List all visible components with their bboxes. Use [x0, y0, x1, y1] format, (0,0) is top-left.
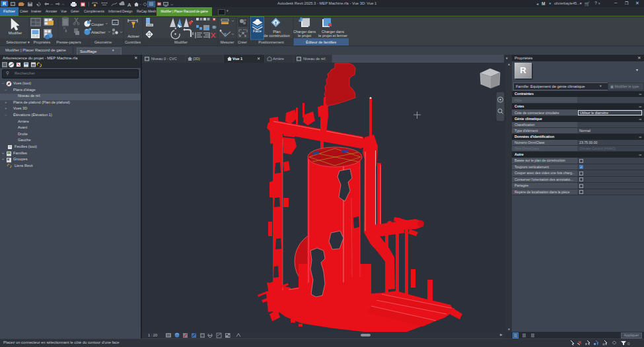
svg-text:de construction: de construction	[264, 34, 289, 38]
svg-text:Activer: Activer	[127, 34, 139, 38]
svg-text:Créer: Créer	[238, 40, 247, 44]
svg-text:A: A	[127, 1, 131, 7]
svg-text:Éditeur de familles: Éditeur de familles	[306, 40, 336, 44]
svg-text:Presse-papiers: Presse-papiers	[56, 40, 81, 44]
svg-text:Positionnement: Positionnement	[258, 40, 284, 44]
svg-text:Modifier: Modifier	[9, 31, 22, 35]
svg-text:Contrôles: Contrôles	[125, 40, 141, 44]
svg-text:Propriétés: Propriétés	[34, 40, 51, 44]
svg-text:le projet: le projet	[298, 34, 311, 38]
svg-text:le projet et fermer: le projet et fermer	[318, 34, 347, 38]
svg-text:Attacher: Attacher	[91, 30, 106, 34]
svg-text:Géométrie: Géométrie	[94, 40, 112, 44]
svg-text:Sélectionner ▾: Sélectionner ▾	[6, 40, 30, 44]
svg-text:0: 0	[627, 342, 630, 346]
svg-text:Face: Face	[253, 29, 262, 33]
svg-text:Modifier: Modifier	[174, 40, 188, 44]
svg-text:Mesurer: Mesurer	[221, 40, 234, 44]
svg-text:Couper: Couper	[91, 22, 104, 26]
